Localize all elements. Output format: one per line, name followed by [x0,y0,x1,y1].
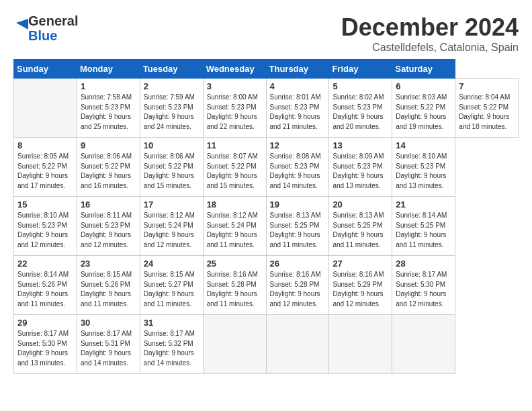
location-subtitle: Castelldefels, Catalonia, Spain [341,42,519,54]
day-number: 31 [144,318,200,328]
header-sunday: Sunday [14,60,77,79]
table-row: 14 Sunrise: 8:10 AMSunset: 5:23 PMDaylig… [392,138,455,197]
table-row: 9 Sunrise: 8:06 AMSunset: 5:22 PMDayligh… [77,138,140,197]
day-info: Sunrise: 8:06 AMSunset: 5:22 PMDaylight:… [144,152,195,189]
day-info: Sunrise: 8:00 AMSunset: 5:23 PMDaylight:… [207,93,258,130]
day-info: Sunrise: 8:13 AMSunset: 5:25 PMDaylight:… [270,212,321,248]
day-info: Sunrise: 7:58 AMSunset: 5:23 PMDaylight:… [81,93,132,130]
day-info: Sunrise: 8:05 AMSunset: 5:22 PMDaylight:… [17,152,69,189]
day-number: 10 [144,140,200,150]
table-row: 17 Sunrise: 8:12 AMSunset: 5:24 PMDaylig… [140,197,203,256]
day-number: 23 [81,259,136,269]
day-info: Sunrise: 8:16 AMSunset: 5:28 PMDaylight:… [270,271,321,308]
table-row: 22 Sunrise: 8:14 AMSunset: 5:26 PMDaylig… [14,256,77,315]
table-row: 1 Sunrise: 7:58 AMSunset: 5:23 PMDayligh… [77,79,140,138]
day-number: 2 [144,81,200,91]
day-number: 20 [332,199,388,210]
day-number: 24 [144,259,200,269]
header-thursday: Thursday [266,60,329,79]
day-info: Sunrise: 8:03 AMSunset: 5:22 PMDaylight:… [396,93,447,130]
calendar-week-row: 29 Sunrise: 8:17 AMSunset: 5:30 PMDaylig… [14,315,519,374]
table-row: 20 Sunrise: 8:13 AMSunset: 5:25 PMDaylig… [329,197,392,256]
header-wednesday: Wednesday [203,60,266,79]
day-number: 18 [207,199,263,210]
day-number: 15 [17,199,73,210]
calendar-header-row: Sunday Monday Tuesday Wednesday Thursday… [14,60,519,79]
day-info: Sunrise: 8:17 AMSunset: 5:30 PMDaylight:… [17,330,69,367]
table-row: 5 Sunrise: 8:02 AMSunset: 5:23 PMDayligh… [329,79,392,138]
day-info: Sunrise: 8:17 AMSunset: 5:30 PMDaylight:… [396,271,447,308]
table-row: 15 Sunrise: 8:10 AMSunset: 5:23 PMDaylig… [14,197,77,256]
title-block: December 2024 Castelldefels, Catalonia, … [341,13,519,54]
table-row: 29 Sunrise: 8:17 AMSunset: 5:30 PMDaylig… [14,315,77,374]
day-number: 14 [396,140,451,150]
table-row [329,315,392,374]
table-row: 25 Sunrise: 8:16 AMSunset: 5:28 PMDaylig… [203,256,266,315]
day-info: Sunrise: 8:06 AMSunset: 5:22 PMDaylight:… [81,152,132,189]
day-number: 4 [270,81,326,91]
logo: General Blue [13,13,78,43]
day-number: 5 [332,81,388,91]
calendar-table: Sunday Monday Tuesday Wednesday Thursday… [13,59,519,374]
table-row [203,315,266,374]
logo-blue-text: Blue [28,28,78,43]
day-info: Sunrise: 8:02 AMSunset: 5:23 PMDaylight:… [332,93,384,130]
day-info: Sunrise: 8:16 AMSunset: 5:28 PMDaylight:… [207,271,258,308]
table-row: 16 Sunrise: 8:11 AMSunset: 5:23 PMDaylig… [77,197,140,256]
table-row: 28 Sunrise: 8:17 AMSunset: 5:30 PMDaylig… [392,256,455,315]
table-row: 3 Sunrise: 8:00 AMSunset: 5:23 PMDayligh… [203,79,266,138]
table-row: 10 Sunrise: 8:06 AMSunset: 5:22 PMDaylig… [140,138,203,197]
day-number: 7 [459,81,515,91]
table-row: 13 Sunrise: 8:09 AMSunset: 5:23 PMDaylig… [329,138,392,197]
header-friday: Friday [329,60,392,79]
day-number: 8 [17,140,73,150]
table-row [266,315,329,374]
day-number: 13 [332,140,388,150]
day-number: 1 [81,81,136,91]
table-row: 24 Sunrise: 8:15 AMSunset: 5:27 PMDaylig… [140,256,203,315]
table-row: 31 Sunrise: 8:17 AMSunset: 5:32 PMDaylig… [140,315,203,374]
day-number: 27 [332,259,388,269]
svg-marker-0 [16,19,28,30]
table-row: 8 Sunrise: 8:05 AMSunset: 5:22 PMDayligh… [14,138,77,197]
logo-general-text: General [28,13,78,28]
day-number: 22 [17,259,73,269]
table-row: 27 Sunrise: 8:16 AMSunset: 5:29 PMDaylig… [329,256,392,315]
calendar-week-row: 22 Sunrise: 8:14 AMSunset: 5:26 PMDaylig… [14,256,519,315]
table-row: 18 Sunrise: 8:12 AMSunset: 5:24 PMDaylig… [203,197,266,256]
day-info: Sunrise: 8:13 AMSunset: 5:25 PMDaylight:… [332,212,384,248]
day-number: 25 [207,259,263,269]
page-header: General Blue December 2024 Castelldefels… [13,13,519,54]
calendar-week-row: 15 Sunrise: 8:10 AMSunset: 5:23 PMDaylig… [14,197,519,256]
day-info: Sunrise: 8:14 AMSunset: 5:26 PMDaylight:… [17,271,69,308]
table-row: 30 Sunrise: 8:17 AMSunset: 5:31 PMDaylig… [77,315,140,374]
day-number: 12 [270,140,326,150]
day-number: 9 [81,140,136,150]
day-info: Sunrise: 8:15 AMSunset: 5:27 PMDaylight:… [144,271,195,308]
day-info: Sunrise: 8:17 AMSunset: 5:32 PMDaylight:… [144,330,195,367]
month-title: December 2024 [341,13,519,42]
day-info: Sunrise: 8:12 AMSunset: 5:24 PMDaylight:… [207,212,258,248]
day-number: 16 [81,199,136,210]
day-number: 28 [396,259,451,269]
day-info: Sunrise: 7:59 AMSunset: 5:23 PMDaylight:… [144,93,195,130]
day-info: Sunrise: 8:07 AMSunset: 5:22 PMDaylight:… [207,152,258,189]
day-info: Sunrise: 8:11 AMSunset: 5:23 PMDaylight:… [81,212,132,248]
table-row: 7 Sunrise: 8:04 AMSunset: 5:22 PMDayligh… [455,79,519,138]
day-info: Sunrise: 8:16 AMSunset: 5:29 PMDaylight:… [332,271,384,308]
day-number: 17 [144,199,200,210]
table-row: 21 Sunrise: 8:14 AMSunset: 5:25 PMDaylig… [392,197,455,256]
day-number: 26 [270,259,326,269]
logo-bird-icon [13,16,28,40]
day-number: 3 [207,81,263,91]
header-monday: Monday [77,60,140,79]
day-number: 11 [207,140,263,150]
day-number: 29 [17,318,73,328]
day-info: Sunrise: 8:12 AMSunset: 5:24 PMDaylight:… [144,212,195,248]
table-row: 12 Sunrise: 8:08 AMSunset: 5:23 PMDaylig… [266,138,329,197]
header-tuesday: Tuesday [140,60,203,79]
day-info: Sunrise: 8:10 AMSunset: 5:23 PMDaylight:… [396,152,447,189]
table-row [392,315,455,374]
header-saturday: Saturday [392,60,455,79]
table-row: 2 Sunrise: 7:59 AMSunset: 5:23 PMDayligh… [140,79,203,138]
